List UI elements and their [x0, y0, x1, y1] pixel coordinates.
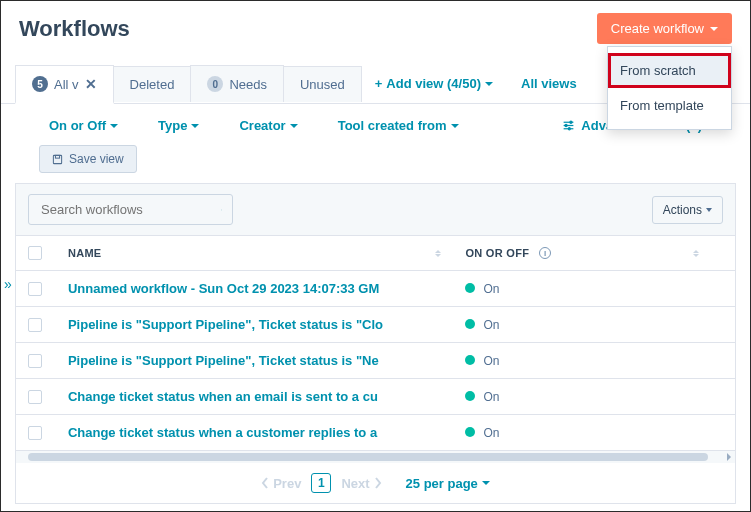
- close-icon[interactable]: ✕: [85, 76, 97, 92]
- status-dot-icon: [465, 283, 475, 293]
- actions-button[interactable]: Actions: [652, 196, 723, 224]
- create-workflow-dropdown: From scratch From template: [607, 46, 732, 130]
- filter-type-label: Type: [158, 118, 187, 133]
- plus-icon: +: [375, 76, 383, 91]
- chevron-down-icon: [485, 82, 493, 86]
- filter-tool-created-label: Tool created from: [338, 118, 447, 133]
- workflows-table: » Actions Name: [15, 183, 736, 504]
- filter-on-off-label: On or Off: [49, 118, 106, 133]
- save-view-button[interactable]: Save view: [39, 145, 137, 173]
- per-page-label: 25 per page: [406, 476, 478, 491]
- per-page-selector[interactable]: 25 per page: [406, 476, 490, 491]
- svg-rect-7: [55, 155, 59, 158]
- filter-creator[interactable]: Creator: [239, 118, 297, 133]
- status-text: On: [483, 390, 499, 404]
- status-dot-icon: [465, 391, 475, 401]
- all-views-link[interactable]: All views: [507, 66, 591, 101]
- horizontal-scrollbar[interactable]: [16, 451, 735, 463]
- actions-label: Actions: [663, 203, 702, 217]
- status-text: On: [483, 426, 499, 440]
- chevron-down-icon: [191, 124, 199, 128]
- tab-unused[interactable]: Unused: [283, 66, 362, 102]
- table-row: Unnamed workflow - Sun Oct 29 2023 14:07…: [16, 271, 735, 307]
- expand-sidebar-icon[interactable]: »: [4, 276, 12, 292]
- tab-needs[interactable]: 0 Needs: [190, 65, 284, 102]
- search-input-wrap[interactable]: [28, 194, 233, 225]
- filter-type[interactable]: Type: [158, 118, 199, 133]
- table-row: Pipeline is "Support Pipeline", Ticket s…: [16, 343, 735, 379]
- from-template-option[interactable]: From template: [608, 88, 731, 123]
- page-number[interactable]: 1: [311, 473, 331, 493]
- row-checkbox[interactable]: [28, 426, 42, 440]
- select-all-checkbox[interactable]: [28, 246, 42, 260]
- scrollbar-thumb[interactable]: [28, 453, 708, 461]
- status-dot-icon: [465, 319, 475, 329]
- table-row: Change ticket status when a customer rep…: [16, 415, 735, 451]
- svg-point-8: [221, 209, 222, 210]
- workflow-link[interactable]: Change ticket status when an email is se…: [68, 389, 378, 404]
- tab-all[interactable]: 5 All v ✕: [15, 65, 114, 104]
- filter-tool-created[interactable]: Tool created from: [338, 118, 459, 133]
- chevron-left-icon: [261, 477, 269, 489]
- chevron-down-icon: [710, 27, 718, 31]
- create-workflow-button[interactable]: Create workflow: [597, 13, 732, 44]
- tab-all-label: All v: [54, 77, 79, 92]
- svg-point-4: [565, 124, 567, 126]
- table-row: Pipeline is "Support Pipeline", Ticket s…: [16, 307, 735, 343]
- info-icon[interactable]: i: [539, 247, 551, 259]
- row-checkbox[interactable]: [28, 390, 42, 404]
- chevron-right-icon: [374, 477, 382, 489]
- workflow-link[interactable]: Unnamed workflow - Sun Oct 29 2023 14:07…: [68, 281, 379, 296]
- column-header-name[interactable]: Name: [68, 247, 102, 259]
- column-header-onoff[interactable]: On or Off: [465, 247, 529, 259]
- chevron-down-icon: [290, 124, 298, 128]
- sliders-icon: [562, 119, 575, 132]
- row-checkbox[interactable]: [28, 318, 42, 332]
- chevron-down-icon: [110, 124, 118, 128]
- svg-point-5: [569, 128, 571, 130]
- workflow-link[interactable]: Pipeline is "Support Pipeline", Ticket s…: [68, 317, 383, 332]
- add-view-label: Add view (4/50): [386, 76, 481, 91]
- tab-deleted[interactable]: Deleted: [113, 66, 192, 102]
- workflow-link[interactable]: Pipeline is "Support Pipeline", Ticket s…: [68, 353, 379, 368]
- filter-on-off[interactable]: On or Off: [49, 118, 118, 133]
- chevron-down-icon: [482, 481, 490, 485]
- from-scratch-option[interactable]: From scratch: [608, 53, 731, 88]
- next-page-button[interactable]: Next: [341, 476, 381, 491]
- svg-point-3: [570, 121, 572, 123]
- status-dot-icon: [465, 355, 475, 365]
- save-icon: [52, 154, 63, 165]
- status-dot-icon: [465, 427, 475, 437]
- row-checkbox[interactable]: [28, 354, 42, 368]
- tab-needs-badge: 0: [207, 76, 223, 92]
- status-text: On: [483, 354, 499, 368]
- sort-icon[interactable]: [435, 250, 441, 257]
- scroll-right-icon[interactable]: [723, 451, 735, 463]
- next-label: Next: [341, 476, 369, 491]
- page-title: Workflows: [19, 16, 130, 42]
- workflow-link[interactable]: Change ticket status when a customer rep…: [68, 425, 377, 440]
- sort-icon[interactable]: [693, 250, 699, 257]
- save-view-label: Save view: [69, 152, 124, 166]
- filter-creator-label: Creator: [239, 118, 285, 133]
- create-workflow-label: Create workflow: [611, 21, 704, 36]
- tab-needs-label: Needs: [229, 77, 267, 92]
- status-text: On: [483, 318, 499, 332]
- search-icon: [221, 203, 222, 217]
- chevron-down-icon: [706, 208, 712, 212]
- svg-rect-6: [53, 155, 61, 163]
- tab-all-badge: 5: [32, 76, 48, 92]
- add-view-button[interactable]: + Add view (4/50): [361, 66, 507, 101]
- chevron-down-icon: [451, 124, 459, 128]
- prev-label: Prev: [273, 476, 301, 491]
- status-text: On: [483, 282, 499, 296]
- row-checkbox[interactable]: [28, 282, 42, 296]
- pagination: Prev 1 Next 25 per page: [16, 463, 735, 503]
- table-row: Change ticket status when an email is se…: [16, 379, 735, 415]
- prev-page-button[interactable]: Prev: [261, 476, 301, 491]
- search-input[interactable]: [39, 201, 211, 218]
